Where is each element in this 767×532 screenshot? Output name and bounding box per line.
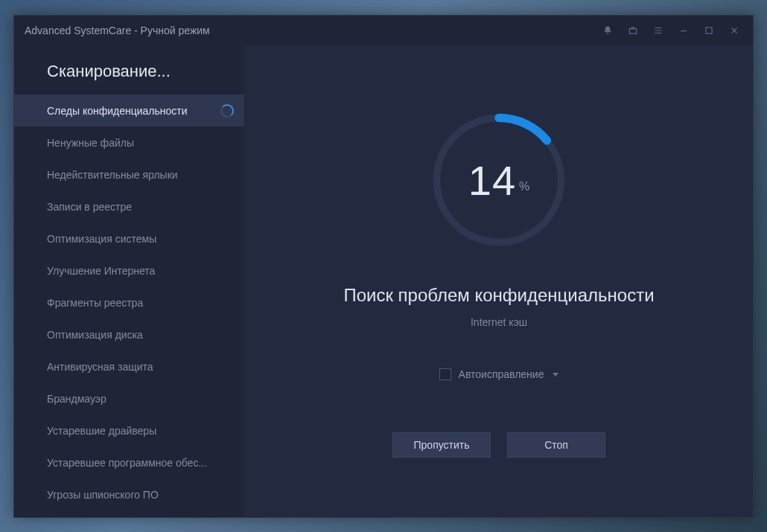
progress-value: 14 — [468, 156, 516, 205]
sidebar-list: Следы конфиденциальностиНенужные файлыНе… — [14, 94, 244, 514]
sidebar-item-label: Следы конфиденциальности — [47, 105, 214, 117]
sidebar-title: Сканирование... — [14, 45, 244, 94]
close-icon[interactable] — [722, 16, 747, 45]
sidebar-item[interactable]: Недействительные ярлыки — [14, 158, 244, 190]
action-buttons: Пропустить Стоп — [392, 432, 605, 458]
chevron-down-icon[interactable] — [553, 373, 558, 376]
autofix-checkbox[interactable] — [439, 368, 451, 380]
sidebar-item[interactable]: Записи в реестре — [14, 190, 244, 222]
sidebar-item-label: Фрагменты реестра — [47, 297, 234, 309]
sidebar-item[interactable]: Улучшение Интернета — [14, 254, 244, 286]
autofix-label: Автоисправление — [459, 368, 544, 380]
sidebar: Сканирование... Следы конфиденциальности… — [14, 45, 245, 517]
toolbox-icon[interactable] — [620, 16, 646, 45]
sidebar-item[interactable]: Ненужные файлы — [14, 126, 244, 158]
maximize-icon[interactable] — [696, 16, 722, 45]
svg-rect-0 — [706, 28, 712, 33]
autofix-toggle[interactable]: Автоисправление — [439, 368, 559, 380]
sidebar-item-label: Брандмауэр — [47, 393, 234, 405]
status-title: Поиск проблем конфиденциальности — [343, 285, 654, 306]
progress-label: 14 % — [428, 109, 570, 251]
minimize-icon[interactable] — [671, 16, 696, 45]
stop-button[interactable]: Стоп — [507, 432, 605, 458]
main-panel: 14 % Поиск проблем конфиденциальности In… — [245, 45, 753, 517]
titlebar: Advanced SystemCare - Ручной режим — [14, 16, 753, 45]
sidebar-item[interactable]: Устаревшие драйверы — [14, 414, 244, 446]
window-title: Advanced SystemCare - Ручной режим — [25, 25, 210, 36]
sidebar-item-label: Устаревшие драйверы — [47, 425, 234, 437]
progress-percent-symbol: % — [519, 180, 529, 193]
menu-icon[interactable] — [646, 16, 671, 45]
bell-icon[interactable] — [595, 16, 620, 45]
sidebar-item[interactable]: Недостатки системы — [14, 510, 244, 514]
sidebar-item-label: Недействительные ярлыки — [47, 169, 234, 181]
skip-button[interactable]: Пропустить — [392, 432, 491, 458]
sidebar-item[interactable]: Устаревшее программное обес... — [14, 446, 244, 478]
sidebar-item-label: Ненужные файлы — [47, 137, 234, 149]
sidebar-item[interactable]: Угрозы шпионского ПО — [14, 478, 244, 510]
sidebar-item-label: Оптимизация системы — [47, 233, 234, 245]
sidebar-item-label: Записи в реестре — [47, 201, 234, 213]
sidebar-item[interactable]: Оптимизация системы — [14, 222, 244, 254]
spinner-icon — [220, 104, 234, 118]
sidebar-item-label: Устаревшее программное обес... — [47, 457, 234, 469]
sidebar-item-label: Оптимизация диска — [47, 329, 234, 341]
sidebar-item[interactable]: Антивирусная защита — [14, 350, 244, 382]
status-subtitle: Internet кэш — [471, 316, 527, 328]
app-window: Advanced SystemCare - Ручной режим Скани… — [13, 15, 754, 518]
sidebar-item-label: Антивирусная защита — [47, 361, 234, 373]
sidebar-item[interactable]: Фрагменты реестра — [14, 286, 244, 318]
sidebar-item[interactable]: Оптимизация диска — [14, 318, 244, 350]
progress-ring: 14 % — [428, 109, 570, 251]
sidebar-item[interactable]: Следы конфиденциальности — [14, 94, 244, 126]
sidebar-item-label: Улучшение Интернета — [47, 265, 234, 277]
window-body: Сканирование... Следы конфиденциальности… — [14, 45, 753, 517]
sidebar-item[interactable]: Брандмауэр — [14, 382, 244, 414]
sidebar-item-label: Угрозы шпионского ПО — [47, 489, 234, 501]
